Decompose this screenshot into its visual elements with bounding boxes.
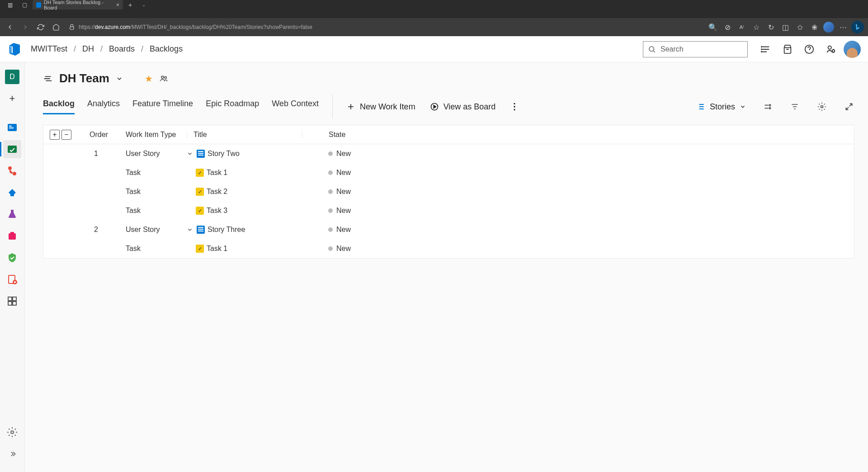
new-tab-button[interactable]: +	[125, 1, 136, 9]
filter-icon[interactable]	[789, 101, 800, 112]
refresh-button[interactable]	[34, 21, 47, 33]
more-actions-button[interactable]: ⋯	[509, 102, 520, 112]
cell-title[interactable]: Task 1	[187, 245, 302, 253]
split-icon[interactable]: ◫	[778, 21, 792, 33]
table-row[interactable]: TaskTask 1New	[43, 163, 854, 182]
browser-titlebar: ▥ ▢ DH Team Stories Backlog - Board × + …	[0, 0, 868, 18]
column-header-order[interactable]: Order	[90, 131, 126, 139]
table-row[interactable]: TaskTask 2New	[43, 182, 854, 201]
cell-order: 2	[90, 226, 126, 234]
tab-analytics[interactable]: Analytics	[87, 99, 120, 114]
new-work-item-button[interactable]: New Work Item	[346, 102, 415, 112]
left-navigation-rail: D +	[0, 62, 25, 472]
rail-settings-icon[interactable]	[3, 423, 21, 441]
table-row[interactable]: TaskTask 1New	[43, 239, 854, 258]
favorites-bar-icon[interactable]: ✩	[793, 21, 807, 33]
browser-tab[interactable]: DH Team Stories Backlog - Board ×	[33, 0, 123, 9]
rail-testplans-icon[interactable]	[3, 205, 21, 223]
cell-title[interactable]: Task 2	[187, 188, 302, 196]
team-name[interactable]: DH Team	[59, 71, 109, 85]
read-aloud-icon[interactable]: A⁾	[735, 21, 749, 33]
svg-rect-15	[10, 232, 14, 234]
rail-dashboards-icon[interactable]	[3, 292, 21, 310]
rail-pipelines-icon[interactable]	[3, 184, 21, 202]
rail-new-button[interactable]: +	[3, 90, 21, 108]
rail-expand-icon[interactable]	[3, 445, 21, 463]
marketplace-icon[interactable]	[778, 40, 797, 58]
rail-artifacts-icon[interactable]	[3, 227, 21, 245]
svg-point-1	[649, 47, 654, 52]
collapse-all-button[interactable]: −	[61, 130, 71, 140]
home-button[interactable]	[50, 21, 62, 33]
chevron-down-icon[interactable]	[187, 227, 193, 233]
backlog-level-selector[interactable]: Stories	[696, 102, 746, 112]
sync-icon[interactable]: ↻	[764, 21, 778, 33]
favorite-icon[interactable]: ☆	[750, 21, 763, 33]
tab-overview-icon[interactable]: ▢	[18, 0, 31, 11]
cell-title[interactable]: Task 1	[187, 169, 302, 177]
state-indicator-icon	[328, 246, 333, 251]
work-items-icon[interactable]	[757, 40, 775, 58]
profile-avatar[interactable]	[822, 21, 835, 33]
user-story-icon	[197, 150, 205, 158]
chevron-down-icon[interactable]	[116, 75, 123, 82]
bing-chat-icon[interactable]	[851, 21, 864, 33]
breadcrumb-boards[interactable]: Boards	[109, 44, 135, 54]
tab-chevron-icon[interactable]: ⌵	[137, 0, 150, 11]
breadcrumb-org[interactable]: MWITTest	[31, 44, 67, 54]
state-indicator-icon	[328, 208, 333, 213]
close-tab-icon[interactable]: ×	[116, 2, 119, 8]
grid-header-row: + − Order Work Item Type Title State	[43, 125, 854, 144]
user-settings-icon[interactable]	[822, 40, 840, 58]
svg-point-24	[165, 76, 166, 78]
table-row[interactable]: TaskTask 3New	[43, 201, 854, 220]
column-header-title[interactable]: Title	[187, 131, 302, 139]
settings-icon[interactable]	[816, 101, 827, 112]
user-avatar[interactable]	[844, 41, 861, 58]
cell-state: New	[302, 188, 351, 196]
rail-compliance-icon[interactable]	[3, 249, 21, 267]
breadcrumb-backlogs[interactable]: Backlogs	[150, 44, 183, 54]
breadcrumb-project[interactable]: DH	[82, 44, 94, 54]
column-options-icon[interactable]	[762, 101, 773, 112]
search-input[interactable]: Search	[643, 41, 748, 57]
svg-rect-9	[9, 126, 12, 127]
back-button[interactable]	[4, 21, 16, 33]
favorite-star-icon[interactable]: ★	[145, 73, 153, 84]
help-icon[interactable]	[800, 40, 818, 58]
tab-backlog[interactable]: Backlog	[43, 99, 75, 114]
cell-title[interactable]: Task 3	[187, 207, 302, 215]
table-row[interactable]: 2User StoryStory ThreeNew	[43, 220, 854, 239]
tab-favicon	[36, 2, 41, 8]
tab-feature-timeline[interactable]: Feature Timeline	[132, 99, 193, 114]
rail-repos-icon[interactable]	[3, 162, 21, 180]
forward-button[interactable]	[19, 21, 32, 33]
table-row[interactable]: 1User StoryStory TwoNew	[43, 144, 854, 163]
view-as-board-button[interactable]: View as Board	[430, 102, 496, 112]
address-bar[interactable]: https://dev.azure.com/MWITTest/DH/_backl…	[65, 24, 703, 30]
rail-boards-icon[interactable]	[3, 140, 21, 158]
tab-actions-icon[interactable]: ▥	[4, 0, 16, 11]
rail-overview-icon[interactable]	[3, 118, 21, 137]
extension-icon[interactable]: ❀	[807, 21, 821, 33]
rail-project-badge[interactable]: D	[3, 68, 21, 86]
browser-toolbar: https://dev.azure.com/MWITTest/DH/_backl…	[0, 18, 868, 36]
cell-title[interactable]: Story Two	[187, 150, 302, 158]
rail-wiki-icon[interactable]	[3, 270, 21, 288]
azure-devops-logo[interactable]	[7, 42, 22, 57]
tracking-icon[interactable]: ⊘	[721, 21, 734, 33]
column-header-state[interactable]: State	[302, 131, 345, 139]
team-members-icon[interactable]	[159, 74, 168, 83]
tabs-row: Backlog Analytics Feature Timeline Epic …	[43, 94, 854, 119]
column-header-type[interactable]: Work Item Type	[126, 131, 187, 139]
svg-rect-18	[8, 297, 12, 301]
expand-all-button[interactable]: +	[50, 130, 60, 140]
cell-title[interactable]: Story Three	[187, 226, 302, 234]
tab-web-context[interactable]: Web Context	[272, 99, 319, 114]
more-icon[interactable]: ⋯	[836, 21, 850, 33]
zoom-icon[interactable]: 🔍	[706, 21, 720, 33]
fullscreen-icon[interactable]	[844, 101, 854, 112]
chevron-down-icon[interactable]	[187, 151, 193, 157]
toggle-panel-icon[interactable]	[43, 74, 53, 84]
tab-epic-roadmap[interactable]: Epic Roadmap	[206, 99, 259, 114]
